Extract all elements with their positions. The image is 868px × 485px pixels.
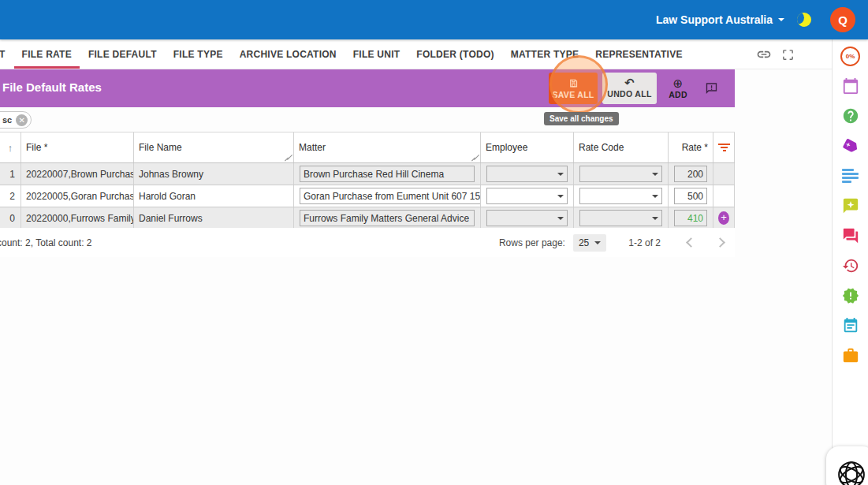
add-circle-icon: ⊕ (673, 78, 684, 88)
org-label: Law Support Australia (656, 13, 773, 26)
sidebar-releases[interactable] (840, 285, 861, 306)
employee-select[interactable] (486, 166, 568, 182)
matter-cell[interactable]: Goran Purchase from Eument Unit 607 152 (294, 185, 481, 207)
add-button[interactable]: ⊕ ADD (664, 73, 692, 104)
tab-matter-type[interactable]: MATTER TYPE (511, 39, 579, 69)
wireframe-globe-icon (836, 460, 866, 485)
save-all-button[interactable]: SAVE ALL (549, 73, 598, 104)
dropdown-caret-icon (594, 241, 601, 244)
row-added-plus-icon[interactable]: + (718, 211, 729, 225)
sidebar-progress-indicator[interactable]: 0% (840, 46, 861, 66)
tab-file-unit[interactable]: FILE UNIT (353, 39, 400, 69)
employee-cell[interactable] (481, 207, 574, 229)
header-employee[interactable]: Employee (481, 132, 574, 162)
header-sort-cell[interactable]: ↑ (0, 132, 21, 162)
rate-code-cell[interactable] (574, 163, 669, 185)
feedback-bubble-icon[interactable] (704, 81, 719, 99)
event-note-icon (842, 317, 859, 334)
fullscreen-icon[interactable] (781, 48, 795, 62)
table-row: 2 20220005,Goran Purchas. Harold Goran G… (0, 185, 735, 207)
rate-cell[interactable]: 410 (669, 207, 713, 229)
file-cell[interactable]: 20220000,Furrows Family . (21, 207, 134, 229)
rate-code-cell[interactable] (574, 185, 669, 207)
dropdown-caret-icon (557, 173, 564, 176)
sidebar-messages[interactable] (840, 226, 861, 246)
header-matter[interactable]: Matter (294, 132, 481, 162)
progress-ring-icon: 0% (840, 47, 860, 66)
rate-input[interactable]: 200 (674, 166, 707, 182)
help-icon (842, 107, 859, 125)
sidebar-matters[interactable] (840, 345, 861, 366)
sidebar-calendar[interactable] (840, 76, 861, 96)
employee-select[interactable] (486, 210, 568, 226)
dropdown-caret-icon (652, 173, 658, 176)
org-switcher[interactable]: Law Support Australia (656, 13, 784, 26)
chip-close-icon[interactable]: ✕ (16, 114, 28, 126)
sidebar-help[interactable] (840, 106, 861, 126)
row-action-cell (713, 185, 735, 207)
previous-page-icon[interactable] (686, 237, 696, 248)
tab-representative[interactable]: REPRESENTATIVE (595, 39, 682, 69)
rate-cell[interactable]: 500 (669, 185, 713, 207)
sidebar-history[interactable] (840, 256, 861, 276)
rate-input[interactable]: 500 (674, 188, 707, 204)
tab-overflow-left[interactable]: T (0, 39, 6, 69)
employee-cell[interactable] (481, 163, 574, 185)
employee-cell[interactable] (481, 185, 574, 207)
chat-widget-button[interactable] (826, 446, 868, 485)
tabbar: T FILE RATE FILE DEFAULT FILE TYPE ARCHI… (0, 39, 832, 69)
header-file-name[interactable]: File Name (134, 132, 294, 162)
sidebar-list[interactable] (840, 166, 861, 186)
sidebar-assistant[interactable] (840, 196, 861, 216)
avatar-initial: Q (838, 13, 848, 27)
file-name-cell: Daniel Furrows (134, 207, 294, 229)
tab-folder-todo[interactable]: FOLDER (TODO) (416, 39, 494, 69)
tabbar-actions (756, 39, 795, 69)
matter-input[interactable]: Furrows Family Matters General Advice (300, 210, 475, 226)
matter-cell[interactable]: Furrows Family Matters General Advice (294, 207, 481, 229)
tab-file-rate[interactable]: FILE RATE (22, 39, 72, 69)
column-resize-handle[interactable] (285, 154, 292, 161)
undo-all-button[interactable]: ↶ UNDO ALL (602, 73, 657, 104)
chat-sparkle-icon (842, 197, 859, 215)
rate-code-select[interactable] (579, 166, 662, 182)
filter-icon[interactable] (718, 144, 730, 151)
header-file[interactable]: File * (21, 132, 134, 162)
header-rate-code[interactable]: Rate Code (574, 132, 669, 162)
row-index: 2 (0, 185, 21, 207)
next-page-icon[interactable] (715, 237, 725, 248)
rate-code-cell[interactable] (574, 207, 669, 229)
avatar[interactable]: Q (830, 7, 855, 32)
column-resize-handle[interactable] (471, 154, 479, 161)
matter-input[interactable]: Goran Purchase from Eument Unit 607 152 (300, 188, 481, 204)
chevron-down-icon (778, 18, 784, 21)
sort-chip[interactable]: sc ✕ (0, 111, 32, 129)
link-icon[interactable] (756, 47, 772, 62)
tab-archive-location[interactable]: ARCHIVE LOCATION (240, 39, 337, 69)
employee-select[interactable] (486, 188, 568, 204)
rate-input-changed[interactable]: 410 (674, 210, 707, 226)
tab-file-default[interactable]: FILE DEFAULT (88, 39, 157, 69)
table-row: 1 20220007,Brown Purchas Johnas Browny B… (0, 163, 735, 185)
header-rate[interactable]: Rate * (669, 132, 713, 162)
sidebar-tags[interactable]: + (840, 136, 861, 156)
matter-cell[interactable]: Brown Purchase Red Hill Cinema (294, 163, 481, 185)
rate-code-select[interactable] (579, 210, 662, 226)
sort-ascending-icon: ↑ (8, 142, 13, 154)
sidebar-event-note[interactable] (840, 315, 861, 336)
table-header-row: ↑ File * File Name Matter Employee Rate … (0, 132, 735, 163)
dark-mode-moon-icon[interactable] (797, 13, 811, 27)
matter-input[interactable]: Brown Purchase Red Hill Cinema (300, 166, 475, 182)
file-cell[interactable]: 20220007,Brown Purchas (21, 163, 134, 185)
pagination: Rows per page: 25 1-2 of 2 (499, 234, 735, 252)
text-lines-icon (842, 169, 859, 183)
row-index: 0 (0, 207, 21, 229)
rate-cell[interactable]: 200 (669, 163, 713, 185)
rate-code-select[interactable] (579, 188, 662, 204)
rows-per-page-select[interactable]: 25 (573, 234, 606, 252)
new-releases-icon (842, 287, 859, 304)
file-name-cell: Harold Goran (134, 185, 294, 207)
page-range-text: 1-2 of 2 (628, 237, 661, 248)
file-cell[interactable]: 20220005,Goran Purchas. (21, 185, 134, 207)
tab-file-type[interactable]: FILE TYPE (173, 39, 223, 69)
